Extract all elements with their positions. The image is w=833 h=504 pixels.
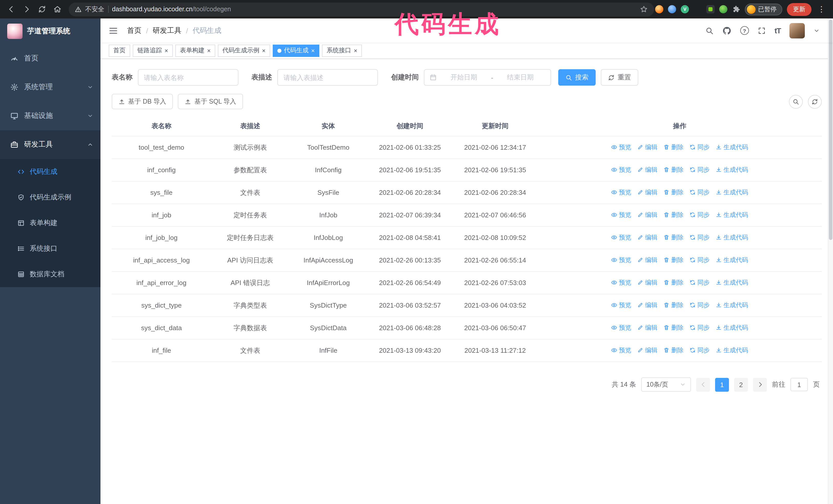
help-icon[interactable]: ? <box>740 26 749 35</box>
close-icon[interactable]: × <box>165 47 168 54</box>
close-icon[interactable]: × <box>262 47 265 54</box>
browser-home-button[interactable] <box>50 2 65 17</box>
breadcrumb-home[interactable]: 首页 <box>127 26 142 35</box>
action-edit-link[interactable]: 编辑 <box>638 188 658 197</box>
action-sync-link[interactable]: 同步 <box>690 323 710 332</box>
close-icon[interactable]: × <box>311 47 315 54</box>
action-edit-link[interactable]: 编辑 <box>638 233 658 242</box>
action-delete-link[interactable]: 删除 <box>664 233 684 242</box>
sidebar-item-home[interactable]: 首页 <box>0 44 100 73</box>
sidebar-item-system-api[interactable]: 系统接口 <box>0 236 100 262</box>
action-sync-link[interactable]: 同步 <box>690 301 710 310</box>
sidebar-item-system[interactable]: 系统管理 <box>0 73 100 101</box>
action-sync-link[interactable]: 同步 <box>690 166 710 174</box>
action-preview-link[interactable]: 预览 <box>611 301 631 310</box>
close-icon[interactable]: × <box>207 47 211 54</box>
tab-codegen-example[interactable]: 代码生成示例× <box>218 44 270 57</box>
tab-form-builder[interactable]: 表单构建× <box>175 44 215 57</box>
action-sync-link[interactable]: 同步 <box>690 233 710 242</box>
fullscreen-icon[interactable] <box>758 26 766 34</box>
hamburger-icon[interactable] <box>109 26 118 35</box>
action-delete-link[interactable]: 删除 <box>664 346 684 355</box>
action-generate-link[interactable]: 生成代码 <box>716 166 748 174</box>
next-page-button[interactable] <box>753 378 767 391</box>
create-time-range-picker[interactable]: 开始日期 - 结束日期 <box>424 69 551 86</box>
action-edit-link[interactable]: 编辑 <box>638 346 658 355</box>
action-delete-link[interactable]: 删除 <box>664 211 684 219</box>
import-db-button[interactable]: 基于 DB 导入 <box>112 94 173 109</box>
action-edit-link[interactable]: 编辑 <box>638 279 658 287</box>
action-generate-link[interactable]: 生成代码 <box>716 233 748 242</box>
import-sql-button[interactable]: 基于 SQL 导入 <box>178 94 243 109</box>
header-search-icon[interactable] <box>705 26 714 34</box>
page-button-1[interactable]: 1 <box>715 378 729 391</box>
app-logo[interactable]: 芋道管理系统 <box>0 19 100 44</box>
table-desc-input[interactable] <box>277 69 378 86</box>
action-edit-link[interactable]: 编辑 <box>638 323 658 332</box>
sidebar-item-codegen-example[interactable]: 代码生成示例 <box>0 185 100 210</box>
browser-menu-icon[interactable]: ⋮ <box>816 5 827 14</box>
action-sync-link[interactable]: 同步 <box>690 256 710 265</box>
refresh-table-button[interactable] <box>808 95 822 109</box>
breadcrumb-devtools[interactable]: 研发工具 <box>153 26 182 35</box>
user-avatar[interactable] <box>789 23 805 38</box>
action-delete-link[interactable]: 删除 <box>664 323 684 332</box>
action-delete-link[interactable]: 删除 <box>664 166 684 174</box>
action-preview-link[interactable]: 预览 <box>611 211 631 219</box>
address-bar[interactable]: 不安全 dashboard.yudao.iocoder.cn/tool/code… <box>69 2 654 16</box>
action-sync-link[interactable]: 同步 <box>690 211 710 219</box>
page-button-2[interactable]: 2 <box>734 378 748 391</box>
table-name-input[interactable] <box>138 69 238 86</box>
action-preview-link[interactable]: 预览 <box>611 323 631 332</box>
sidebar-item-codegen[interactable]: 代码生成 <box>0 159 100 185</box>
search-button[interactable]: 搜索 <box>558 69 596 86</box>
extensions-puzzle-icon[interactable] <box>732 5 740 13</box>
action-sync-link[interactable]: 同步 <box>690 279 710 287</box>
action-sync-link[interactable]: 同步 <box>690 346 710 355</box>
avatar-caret-icon[interactable] <box>813 27 820 33</box>
prev-page-button[interactable] <box>696 378 710 391</box>
vue-devtools-extension-icon[interactable]: V <box>681 5 689 13</box>
browser-forward-button[interactable] <box>20 2 34 17</box>
action-preview-link[interactable]: 预览 <box>611 233 631 242</box>
browser-back-button[interactable] <box>4 2 19 17</box>
tab-tracing[interactable]: 链路追踪× <box>133 44 173 57</box>
action-generate-link[interactable]: 生成代码 <box>716 256 748 265</box>
action-preview-link[interactable]: 预览 <box>611 188 631 197</box>
font-size-icon[interactable]: tT <box>775 26 781 35</box>
action-preview-link[interactable]: 预览 <box>611 143 631 152</box>
extension-icon-4[interactable] <box>694 5 702 13</box>
action-preview-link[interactable]: 预览 <box>611 256 631 265</box>
close-icon[interactable]: × <box>354 47 357 54</box>
goto-page-input[interactable] <box>790 378 808 391</box>
extension-icon-5[interactable] <box>706 5 715 13</box>
action-generate-link[interactable]: 生成代码 <box>716 301 748 310</box>
profile-paused-badge[interactable]: 已暂停 <box>745 3 782 15</box>
page-size-select[interactable]: 10条/页 <box>641 377 691 392</box>
browser-update-button[interactable]: 更新 <box>787 3 811 16</box>
action-preview-link[interactable]: 预览 <box>611 279 631 287</box>
action-generate-link[interactable]: 生成代码 <box>716 211 748 219</box>
extension-icon-1[interactable] <box>655 5 663 13</box>
scrollbar-thumb[interactable] <box>829 20 832 240</box>
tab-system-api[interactable]: 系统接口× <box>322 44 362 57</box>
action-edit-link[interactable]: 编辑 <box>638 256 658 265</box>
tab-home[interactable]: 首页 <box>109 44 130 57</box>
toggle-search-button[interactable] <box>789 95 803 109</box>
extension-icon-2[interactable] <box>668 5 676 13</box>
tab-codegen[interactable]: 代码生成× <box>273 44 319 57</box>
extension-icon-6[interactable] <box>719 5 728 13</box>
action-edit-link[interactable]: 编辑 <box>638 211 658 219</box>
action-edit-link[interactable]: 编辑 <box>638 301 658 310</box>
github-icon[interactable] <box>722 26 732 35</box>
action-edit-link[interactable]: 编辑 <box>638 143 658 152</box>
action-generate-link[interactable]: 生成代码 <box>716 279 748 287</box>
bookmark-star-icon[interactable] <box>640 5 648 13</box>
action-delete-link[interactable]: 删除 <box>664 143 684 152</box>
sidebar-item-infra[interactable]: 基础设施 <box>0 101 100 130</box>
browser-reload-button[interactable] <box>35 2 49 17</box>
action-generate-link[interactable]: 生成代码 <box>716 143 748 152</box>
page-scrollbar[interactable] <box>828 19 833 504</box>
action-delete-link[interactable]: 删除 <box>664 301 684 310</box>
reset-button[interactable]: 重置 <box>601 69 638 86</box>
